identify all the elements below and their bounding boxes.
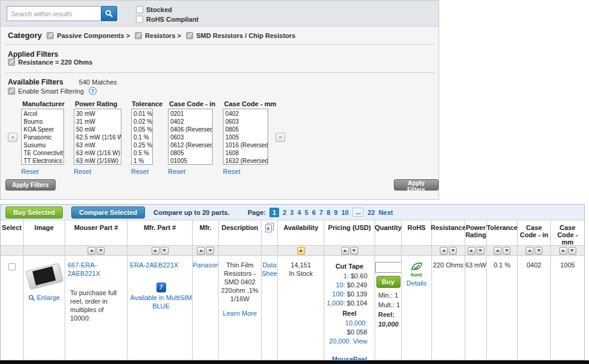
sort-desc-button[interactable] — [161, 247, 169, 255]
sort-asc-button[interactable] — [559, 247, 567, 255]
quantity-input[interactable] — [375, 262, 402, 273]
filter-option[interactable]: 01005 — [169, 157, 212, 165]
filter-option[interactable]: 0402 — [169, 118, 212, 126]
price-break-qty[interactable]: 1,000: — [327, 299, 346, 307]
category-checkbox-resistors[interactable] — [135, 32, 142, 39]
filter-option[interactable]: 63 mW — [74, 141, 121, 149]
sort-asc-button[interactable] — [197, 247, 205, 255]
page-22[interactable]: 22 — [367, 209, 375, 216]
mouser-part-link[interactable]: 667-ERA-2AEB221X — [68, 261, 100, 277]
enlarge-link[interactable]: Enlarge — [37, 293, 60, 302]
help-icon[interactable]: ? — [89, 87, 97, 95]
price-break-qty[interactable]: 100: — [332, 290, 345, 298]
page-3[interactable]: 3 — [290, 209, 294, 216]
filter-option[interactable]: TT Electronics — [22, 157, 63, 165]
category-label-smd[interactable]: SMD Resistors / Chip Resistors — [196, 32, 295, 39]
data-sheet-link[interactable]: Data Sheet — [262, 261, 278, 277]
sort-asc-button[interactable] — [440, 247, 448, 255]
filter-option[interactable]: 1608 — [224, 149, 268, 157]
category-label-passive[interactable]: Passive Components > — [57, 32, 130, 39]
filter-list-tolerance[interactable]: 0.01 % 0.02 % 0.05 % 0.1 % 0.25 % 0.5 % … — [131, 109, 153, 165]
category-checkbox-smd[interactable] — [186, 32, 193, 39]
reset-link-tolerance[interactable]: Reset — [131, 168, 149, 175]
sort-asc-button-active[interactable] — [297, 247, 305, 255]
price-break-qty[interactable]: 1: — [343, 272, 349, 279]
learn-more-link[interactable]: Learn More — [220, 309, 259, 318]
buy-selected-button[interactable]: Buy Selected — [5, 206, 63, 219]
price-break-qty[interactable]: 10,000: — [345, 319, 367, 327]
search-input[interactable] — [7, 6, 101, 21]
filter-option[interactable]: Susumu — [22, 141, 63, 149]
mousereel-link[interactable]: MouseReel Available — [324, 356, 375, 360]
page-10[interactable]: 10 — [341, 209, 349, 216]
sort-desc-button[interactable] — [449, 247, 457, 255]
compare-selected-button[interactable]: Compare Selected — [71, 206, 145, 219]
rohs-compliant-checkbox[interactable] — [136, 16, 143, 23]
sort-asc-button[interactable] — [88, 247, 95, 255]
reset-link-case-code-mm[interactable]: Reset — [223, 168, 240, 175]
expand-filters-left-button[interactable]: » — [8, 133, 18, 142]
apply-filters-button-left[interactable]: Apply Filters — [5, 179, 56, 190]
filter-option[interactable]: 1632 (Reversed) — [224, 157, 268, 165]
filter-list-case-code-in[interactable]: 0201 0402 0406 (Reversed) 0603 0612 (Rev… — [168, 109, 213, 165]
filter-option[interactable]: Bourns — [22, 118, 63, 126]
page-ellipsis[interactable]: ... — [352, 208, 364, 217]
page-1-active[interactable]: 1 — [269, 208, 279, 217]
price-view-link[interactable]: View — [353, 337, 367, 345]
sort-asc-button[interactable] — [468, 247, 475, 255]
mfr-part-link[interactable]: ERA-2AEB221X — [130, 261, 178, 269]
filter-option[interactable]: 1 % — [132, 157, 152, 165]
search-button[interactable] — [101, 6, 117, 21]
filter-option[interactable]: Arcol — [22, 110, 63, 118]
filter-option[interactable]: Panasonic — [22, 133, 63, 141]
price-break-qty[interactable]: 10: — [336, 281, 345, 289]
part-image[interactable] — [25, 263, 63, 289]
multisim-available-link[interactable]: Available in MultiSIM BLUE — [130, 294, 192, 310]
buy-button[interactable]: Buy — [376, 276, 401, 288]
multisim-blue-icon[interactable]: 7 — [156, 283, 166, 292]
filter-option[interactable]: 0603 — [224, 118, 268, 126]
filter-option[interactable]: 63 mW (1/16 W) — [74, 149, 121, 157]
page-7[interactable]: 7 — [320, 209, 323, 216]
expand-filters-right-button[interactable]: » — [275, 133, 285, 142]
filter-option[interactable]: 1005 — [224, 133, 268, 141]
page-8[interactable]: 8 — [327, 209, 330, 216]
filter-option[interactable]: 0.5 % — [132, 149, 152, 157]
page-6[interactable]: 6 — [312, 209, 315, 216]
filter-option[interactable]: 50 mW — [74, 126, 121, 133]
filter-list-power-rating[interactable]: 30 mW 31 mW 50 mW 62.5 mW (1/16 W) 63 mW… — [74, 109, 121, 165]
page-9[interactable]: 9 — [334, 209, 338, 216]
page-4[interactable]: 4 — [297, 209, 301, 216]
reset-link-manufacturer[interactable]: Reset — [21, 168, 39, 175]
manufacturer-link[interactable]: Panasonic — [193, 261, 219, 269]
filter-option[interactable]: 63 mW (1/16W) — [74, 157, 121, 165]
filter-option[interactable]: 0805 — [169, 149, 212, 157]
sort-desc-button[interactable] — [97, 247, 105, 255]
sort-asc-button[interactable] — [494, 247, 501, 255]
category-label-resistors[interactable]: Resistors > — [145, 32, 181, 39]
smart-filtering-checkbox[interactable] — [8, 88, 15, 95]
filter-option[interactable]: 0612 (Reversed) — [169, 141, 212, 149]
filter-list-case-code-mm[interactable]: 0402 0603 0805 1005 1016 (Reversed) 1608… — [223, 109, 268, 165]
next-page-link[interactable]: Next — [379, 209, 393, 216]
sort-desc-button[interactable] — [503, 247, 510, 255]
row-select-checkbox[interactable] — [8, 263, 16, 270]
sort-asc-button[interactable] — [152, 247, 159, 255]
sort-desc-button[interactable] — [350, 247, 358, 255]
filter-option[interactable]: 0406 (Reversed) — [169, 126, 212, 133]
filter-list-manufacturer[interactable]: Arcol Bourns KOA Speer Panasonic Susumu … — [21, 109, 64, 165]
rohs-details-link[interactable]: Details — [407, 279, 427, 287]
category-checkbox-passive[interactable] — [47, 32, 54, 39]
filter-option[interactable]: 0.05 % — [132, 126, 152, 133]
page-2[interactable]: 2 — [283, 209, 286, 216]
sort-desc-button[interactable] — [206, 247, 214, 255]
sort-desc-button[interactable] — [477, 247, 484, 255]
filter-option[interactable]: 31 mW — [74, 118, 121, 126]
reset-link-power-rating[interactable]: Reset — [74, 168, 91, 175]
filter-option[interactable]: TE Connectivity — [22, 149, 63, 157]
sort-asc-button[interactable] — [526, 247, 533, 255]
filter-option[interactable]: 0.25 % — [132, 141, 152, 149]
sort-desc-button[interactable] — [535, 247, 542, 255]
filter-option[interactable]: 0201 — [169, 110, 212, 118]
sort-desc-button[interactable] — [568, 247, 576, 255]
